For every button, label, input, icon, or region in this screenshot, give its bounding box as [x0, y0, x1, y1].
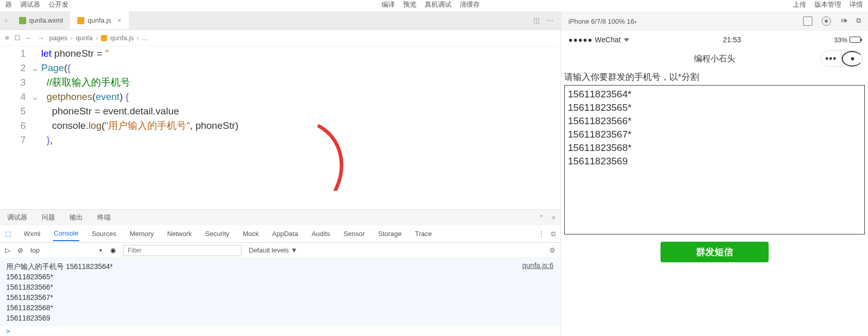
- breadcrumb-part: ...: [142, 34, 148, 42]
- menu-item[interactable]: 编译: [381, 0, 395, 11]
- inspect-icon[interactable]: ⬚: [5, 230, 11, 238]
- devtools-tab-trace[interactable]: Trace: [414, 227, 433, 241]
- devtools-tab-storage[interactable]: Storage: [377, 227, 403, 241]
- capsule-close-icon[interactable]: [842, 51, 862, 66]
- tab-qunfa-js[interactable]: qunfa.js ×: [70, 11, 128, 29]
- gear-icon[interactable]: ⚙: [549, 246, 555, 254]
- console-toolbar: ▷ ⊘ top▼ ◉ Default levels ▼ ⚙: [0, 243, 561, 258]
- tab-qunfa-wxml[interactable]: qunfa.wxml: [12, 11, 71, 29]
- devtools-tab-mock[interactable]: Mock: [242, 227, 260, 241]
- filter-input[interactable]: [123, 245, 241, 256]
- devtools-tab-sources[interactable]: Sources: [91, 227, 117, 241]
- console-prompt[interactable]: >: [0, 326, 561, 336]
- play-icon[interactable]: ▷: [5, 246, 10, 254]
- top-menu-bar: 器 调试器 公开发 编译 预览 真机调试 清缓存 上传 版本管理 详情: [0, 0, 868, 11]
- log-level-selector[interactable]: Default levels ▼: [249, 246, 298, 254]
- time-label: 21:53: [723, 36, 741, 44]
- devtools-tab[interactable]: 输出: [67, 213, 85, 222]
- console-source-link[interactable]: qunfa.js:6: [522, 260, 553, 271]
- devtools-tab[interactable]: 终端: [95, 213, 113, 222]
- clear-icon[interactable]: ⊘: [18, 246, 23, 254]
- menu-item[interactable]: 上传: [793, 0, 806, 11]
- menu-item[interactable]: 版本管理: [814, 0, 841, 11]
- tab-label: qunfa.js: [88, 16, 111, 24]
- capsule-button[interactable]: •••: [821, 51, 863, 67]
- capsule-menu-icon[interactable]: •••: [821, 51, 842, 66]
- menu-item[interactable]: 详情: [849, 0, 863, 11]
- editor-tabbar: ▫ qunfa.wxml qunfa.js × ◫ ⋯: [0, 11, 561, 30]
- file-icon: [77, 17, 84, 24]
- dock-icon[interactable]: ⧉: [551, 230, 555, 238]
- close-icon[interactable]: ×: [551, 214, 555, 222]
- devtools-tab-appdata[interactable]: AppData: [271, 227, 300, 241]
- nav-back-icon[interactable]: ←: [26, 34, 32, 42]
- detach-icon[interactable]: ⧉: [856, 16, 861, 26]
- breadcrumb-part[interactable]: qunfa: [76, 34, 93, 42]
- file-icon: [19, 17, 26, 24]
- menu-item[interactable]: 真机调试: [425, 0, 452, 11]
- menu-item[interactable]: 调试器: [20, 0, 40, 11]
- tab-label: qunfa.wxml: [29, 16, 63, 24]
- record-icon[interactable]: [822, 16, 831, 26]
- menu-item[interactable]: 清缓存: [460, 0, 480, 11]
- devtools-tab-audits[interactable]: Audits: [310, 227, 331, 241]
- screenshot-icon[interactable]: [803, 16, 812, 26]
- devtools-tab-wxml[interactable]: Wxml: [23, 227, 42, 241]
- menu-item[interactable]: 公开发: [48, 0, 68, 11]
- tab-new-icon[interactable]: ▫: [5, 16, 8, 24]
- breadcrumb-part[interactable]: pages: [49, 34, 67, 42]
- breadcrumb-part[interactable]: qunfa.js: [110, 34, 134, 42]
- nav-forward-icon[interactable]: →: [38, 34, 44, 42]
- devtools-tab[interactable]: 调试器: [5, 213, 29, 222]
- battery-percent: 33%: [834, 36, 847, 44]
- battery-icon: [849, 37, 861, 43]
- phone-textarea[interactable]: 15611823564* 15611823565* 15611823566* 1…: [564, 85, 865, 234]
- outline-icon[interactable]: ≡: [5, 34, 9, 42]
- menu-item[interactable]: 器: [5, 0, 12, 11]
- phone-statusbar: ●●●●● WeChat 21:53 33%: [561, 31, 868, 48]
- device-selector[interactable]: iPhone 6/7/8 100% 16▾: [568, 18, 637, 25]
- collapse-icon[interactable]: ⌃: [539, 214, 544, 222]
- split-editor-icon[interactable]: ◫: [533, 16, 540, 24]
- devtools-tab-console[interactable]: Console: [53, 226, 80, 241]
- input-prompt-label: 请输入你要群发的手机号，以*分割: [564, 71, 865, 83]
- devtools-tab-sensor[interactable]: Sensor: [342, 227, 366, 241]
- bookmark-icon[interactable]: ☐: [14, 34, 21, 42]
- devtools-subtabs: ⬚ Wxml Console Sources Memory Network Se…: [0, 225, 561, 243]
- line-gutter: 1234567: [0, 46, 31, 209]
- fold-gutter[interactable]: ⌄ ⌄: [31, 46, 41, 209]
- send-sms-button[interactable]: 群发短信: [661, 242, 769, 262]
- breadcrumb: ≡ ☐ ← → pages › qunfa › qunfa.js › ...: [0, 30, 561, 46]
- context-selector[interactable]: top▼: [30, 246, 103, 254]
- devtools-panel: 调试器 问题 输出 终端 ⌃ × ⬚ Wxml Console Sources …: [0, 209, 561, 336]
- devtools-toplevel-tabs: 调试器 问题 输出 终端 ⌃ ×: [0, 210, 561, 225]
- more-icon[interactable]: ⋮: [538, 230, 545, 238]
- signal-icon: ●●●●●: [568, 36, 593, 44]
- close-icon[interactable]: ×: [117, 16, 121, 24]
- wifi-icon: [623, 36, 630, 44]
- devtools-tab[interactable]: 问题: [40, 213, 57, 222]
- devtools-tab-memory[interactable]: Memory: [129, 227, 155, 241]
- code-editor[interactable]: 1234567 ⌄ ⌄ let phoneStr = '' Page({ //获…: [0, 46, 561, 209]
- page-title: 编程小石头: [694, 54, 735, 64]
- mute-icon[interactable]: 🕪: [840, 16, 847, 26]
- carrier-label: WeChat: [595, 36, 620, 44]
- simulator-toolbar: iPhone 6/7/8 100% 16▾ 🕪 ⧉: [561, 11, 868, 31]
- code-content[interactable]: let phoneStr = '' Page({ //获取输入的手机号 getp…: [41, 46, 561, 209]
- phone-frame: ●●●●● WeChat 21:53 33% 编程小石头: [561, 31, 868, 336]
- simulator-panel: iPhone 6/7/8 100% 16▾ 🕪 ⧉ ●●●●● WeChat: [561, 11, 868, 336]
- menu-item[interactable]: 预览: [403, 0, 416, 11]
- devtools-tab-network[interactable]: Network: [166, 227, 193, 241]
- devtools-tab-security[interactable]: Security: [204, 227, 231, 241]
- phone-navbar: 编程小石头 •••: [561, 48, 868, 69]
- console-output[interactable]: qunfa.js:6 用户输入的手机号 15611823564* 1561182…: [0, 258, 561, 326]
- more-icon[interactable]: ⋯: [547, 16, 553, 24]
- eye-icon[interactable]: ◉: [110, 246, 116, 254]
